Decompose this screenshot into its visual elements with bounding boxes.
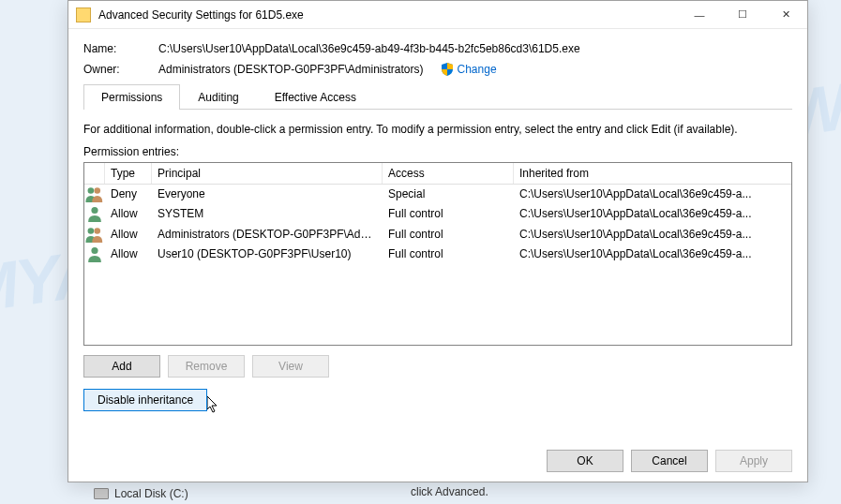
users-icon	[84, 185, 105, 203]
cell-principal: Administrators (DESKTOP-G0PF3PF\Admini..…	[152, 226, 383, 244]
cell-access: Full control	[383, 205, 514, 223]
cell-type: Allow	[105, 205, 152, 223]
apply-button: Apply	[715, 450, 792, 472]
name-label: Name:	[83, 42, 158, 55]
view-button: View	[252, 355, 329, 378]
change-owner-link[interactable]: Change	[458, 63, 497, 76]
name-row: Name: C:\Users\User10\AppData\Local\36e9…	[83, 42, 792, 55]
tab-auditing[interactable]: Auditing	[180, 84, 256, 110]
table-row[interactable]: Allow SYSTEM Full control C:\Users\User1…	[84, 204, 791, 224]
close-button[interactable]: ✕	[764, 1, 807, 28]
cell-access: Full control	[383, 245, 514, 263]
window-controls: — ☐ ✕	[678, 1, 807, 28]
permission-entries-label: Permission entries:	[83, 145, 792, 158]
cell-inherited: C:\Users\User10\AppData\Local\36e9c459-a…	[514, 185, 791, 203]
column-icon[interactable]	[84, 163, 105, 184]
add-button[interactable]: Add	[83, 355, 160, 378]
permission-table: Type Principal Access Inherited from Den…	[83, 162, 792, 346]
disk-icon	[94, 488, 109, 499]
dialog-footer: OK Cancel Apply	[547, 450, 792, 472]
cell-inherited: C:\Users\User10\AppData\Local\36e9c459-a…	[514, 245, 791, 263]
owner-label: Owner:	[83, 63, 158, 76]
ok-button[interactable]: OK	[547, 450, 623, 472]
table-row[interactable]: Allow Administrators (DESKTOP-G0PF3PF\Ad…	[84, 225, 791, 245]
name-value: C:\Users\User10\AppData\Local\36e9c459-a…	[158, 42, 580, 55]
tab-permissions[interactable]: Permissions	[83, 84, 180, 110]
inheritance-row: Disable inheritance	[83, 389, 792, 411]
tab-strip: Permissions Auditing Effective Access	[83, 83, 792, 110]
owner-value: Administrators (DESKTOP-G0PF3PF\Administ…	[158, 63, 424, 76]
owner-row: Owner: Administrators (DESKTOP-G0PF3PF\A…	[83, 63, 792, 76]
background-click-advanced: click Advanced.	[411, 485, 488, 498]
content-area: Name: C:\Users\User10\AppData\Local\36e9…	[68, 29, 807, 421]
window-title: Advanced Security Settings for 61D5.exe	[98, 8, 678, 22]
user-icon	[84, 205, 105, 223]
users-icon	[84, 226, 105, 244]
disable-inheritance-button[interactable]: Disable inheritance	[83, 389, 207, 411]
cell-principal: Everyone	[152, 185, 383, 203]
table-row[interactable]: Deny Everyone Special C:\Users\User10\Ap…	[84, 185, 791, 204]
cell-inherited: C:\Users\User10\AppData\Local\36e9c459-a…	[514, 205, 791, 223]
svg-point-1	[94, 187, 100, 194]
svg-point-5	[91, 247, 98, 254]
svg-point-0	[88, 187, 95, 194]
cancel-button[interactable]: Cancel	[631, 450, 708, 472]
cell-access: Special	[383, 185, 514, 203]
security-settings-window: Advanced Security Settings for 61D5.exe …	[68, 0, 808, 482]
table-row[interactable]: Allow User10 (DESKTOP-G0PF3PF\User10) Fu…	[84, 245, 791, 264]
svg-point-3	[88, 228, 95, 234]
local-disk-label: Local Disk (C:)	[114, 487, 188, 500]
svg-point-4	[94, 228, 100, 234]
cursor-icon	[207, 396, 220, 413]
background-local-disk: Local Disk (C:)	[94, 487, 188, 500]
cell-type: Allow	[105, 245, 152, 263]
column-inherited[interactable]: Inherited from	[514, 163, 791, 184]
minimize-button[interactable]: —	[678, 1, 721, 28]
cell-type: Allow	[105, 226, 152, 244]
cell-access: Full control	[383, 226, 514, 244]
remove-button: Remove	[168, 355, 245, 378]
tab-effective-access[interactable]: Effective Access	[257, 84, 374, 110]
column-principal[interactable]: Principal	[152, 163, 383, 184]
column-access[interactable]: Access	[383, 163, 514, 184]
user-icon	[84, 245, 105, 263]
svg-point-2	[91, 207, 98, 214]
column-type[interactable]: Type	[105, 163, 152, 184]
maximize-button[interactable]: ☐	[721, 1, 764, 28]
titlebar: Advanced Security Settings for 61D5.exe …	[68, 1, 807, 29]
instruction-text: For additional information, double-click…	[83, 123, 792, 136]
table-header: Type Principal Access Inherited from	[84, 163, 791, 185]
folder-icon	[76, 7, 91, 22]
cell-inherited: C:\Users\User10\AppData\Local\36e9c459-a…	[514, 226, 791, 244]
shield-icon	[441, 63, 454, 76]
cell-principal: SYSTEM	[152, 205, 383, 223]
entry-buttons: Add Remove View	[83, 355, 792, 378]
cell-type: Deny	[105, 185, 152, 203]
cell-principal: User10 (DESKTOP-G0PF3PF\User10)	[152, 245, 383, 263]
